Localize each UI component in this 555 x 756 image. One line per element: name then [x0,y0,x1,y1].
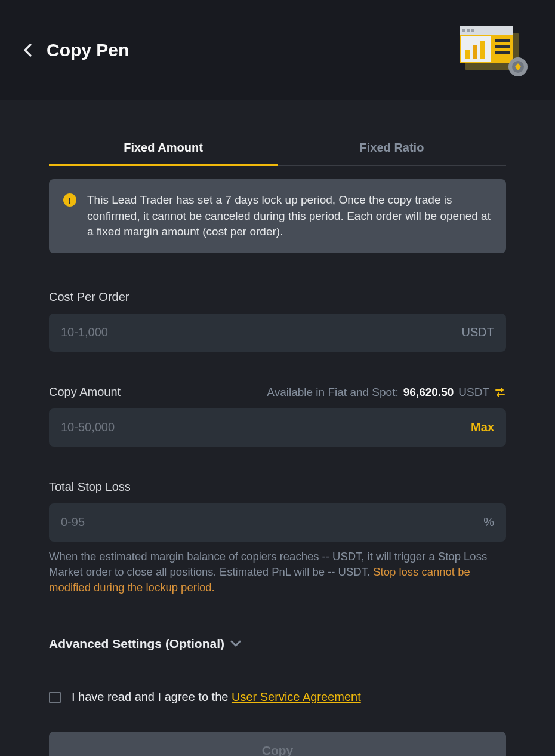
copy-amount-input-row: Max [49,408,506,447]
notice-text: This Lead Trader has set a 7 days lock u… [87,192,492,240]
stop-loss-input[interactable] [61,515,483,529]
tab-fixed-amount[interactable]: Fixed Amount [49,131,278,165]
svg-rect-9 [480,41,485,59]
cost-per-order-section: Cost Per Order USDT [49,290,506,352]
page-header: Copy Pen [0,0,555,100]
stop-loss-help: When the estimated margin balance of cop… [49,549,506,595]
lockup-notice: ! This Lead Trader has set a 7 days lock… [49,179,506,253]
available-unit: USDT [458,386,489,399]
chevron-left-icon [23,44,32,57]
copy-button[interactable]: Copy [49,732,506,756]
swap-icon[interactable] [494,387,506,398]
stop-loss-section: Total Stop Loss % When the estimated mar… [49,480,506,595]
cost-per-order-input[interactable] [61,325,462,339]
svg-rect-10 [495,39,510,42]
cost-per-order-input-row: USDT [49,314,506,352]
warning-icon: ! [63,193,76,207]
advanced-settings-toggle[interactable]: Advanced Settings (Optional) [49,637,506,651]
stop-loss-label: Total Stop Loss [49,480,131,494]
cost-per-order-unit: USDT [462,325,494,339]
svg-rect-8 [473,45,477,59]
tabs: Fixed Amount Fixed Ratio [49,131,506,166]
svg-rect-12 [495,51,510,54]
agreement-checkbox[interactable] [49,692,61,703]
svg-rect-3 [462,29,465,32]
agreement-prefix: I have read and I agree to the [72,690,232,703]
copy-amount-label: Copy Amount [49,385,121,399]
copy-amount-section: Copy Amount Available in Fiat and Spot: … [49,385,506,447]
page-title: Copy Pen [47,40,129,60]
stop-loss-unit: % [483,515,494,529]
svg-rect-5 [471,29,474,32]
available-value: 96,620.50 [403,386,454,399]
svg-rect-4 [467,29,470,32]
agreement-row: I have read and I agree to the User Serv… [49,690,506,704]
header-illustration [454,20,531,80]
available-label: Available in Fiat and Spot: [267,386,398,399]
stop-loss-input-row: % [49,503,506,542]
cost-per-order-label: Cost Per Order [49,290,129,304]
agreement-text: I have read and I agree to the User Serv… [72,690,361,704]
chevron-down-icon [230,640,241,647]
header-left: Copy Pen [21,40,129,60]
tab-fixed-ratio[interactable]: Fixed Ratio [278,131,506,165]
content: Fixed Amount Fixed Ratio ! This Lead Tra… [0,131,555,756]
advanced-settings-label: Advanced Settings (Optional) [49,637,224,651]
back-button[interactable] [21,44,33,56]
max-button[interactable]: Max [462,420,494,434]
svg-rect-7 [465,50,470,59]
agreement-link[interactable]: User Service Agreement [232,690,361,703]
svg-rect-11 [495,45,510,48]
copy-amount-input[interactable] [61,420,462,434]
available-balance: Available in Fiat and Spot: 96,620.50 US… [267,386,506,399]
